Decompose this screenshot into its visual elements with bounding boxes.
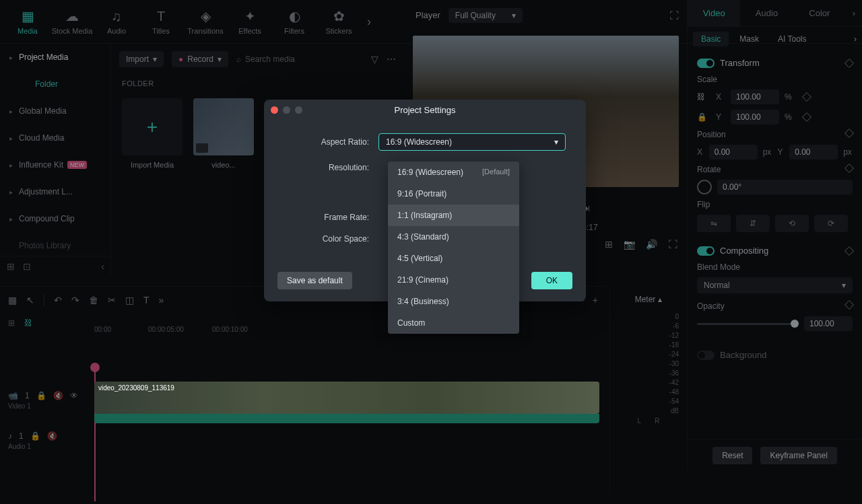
aspect-ratio-select[interactable]: 16:9 (Widescreen)▾ (378, 133, 566, 151)
option-custom[interactable]: Custom (388, 312, 519, 334)
option-9-16[interactable]: 9:16 (Portrait) (388, 183, 519, 205)
save-default-button[interactable]: Save as default (277, 272, 352, 289)
option-4-3[interactable]: 4:3 (Standard) (388, 226, 519, 248)
option-label: Custom (397, 318, 425, 328)
maximize-window-button[interactable] (295, 106, 302, 114)
chevron-down-icon: ▾ (554, 137, 558, 147)
option-16-9[interactable]: 16:9 (Widescreen)[Default] (388, 161, 519, 183)
close-window-button[interactable] (271, 106, 278, 114)
option-label: 4:5 (Vertical) (397, 254, 442, 263)
aspect-ratio-label: Aspect Ratio: (284, 137, 378, 147)
option-label: 1:1 (Instagram) (397, 211, 452, 220)
window-controls (271, 106, 302, 114)
option-1-1[interactable]: 1:1 (Instagram) (388, 205, 519, 226)
option-label: 21:9 (Cinema) (397, 275, 449, 285)
color-space-label: Color Space: (284, 234, 378, 244)
option-3-4[interactable]: 3:4 (Business) (388, 291, 519, 312)
option-label: 9:16 (Portrait) (397, 189, 446, 199)
aspect-ratio-value: 16:9 (Widescreen) (386, 137, 452, 147)
option-label: 16:9 (Widescreen) (397, 168, 463, 177)
modal-titlebar[interactable]: Project Settings (264, 100, 586, 120)
minimize-window-button[interactable] (283, 106, 290, 114)
ok-button[interactable]: OK (531, 272, 572, 289)
option-21-9[interactable]: 21:9 (Cinema) (388, 269, 519, 291)
frame-rate-label: Frame Rate: (284, 213, 378, 222)
resolution-label: Resolution: (284, 163, 378, 172)
option-4-5[interactable]: 4:5 (Vertical) (388, 248, 519, 269)
option-label: 3:4 (Business) (397, 297, 449, 306)
option-label: 4:3 (Standard) (397, 232, 449, 242)
modal-title: Project Settings (264, 105, 586, 115)
aspect-ratio-dropdown: 16:9 (Widescreen)[Default] 9:16 (Portrai… (388, 161, 519, 334)
default-badge: [Default] (482, 168, 510, 177)
